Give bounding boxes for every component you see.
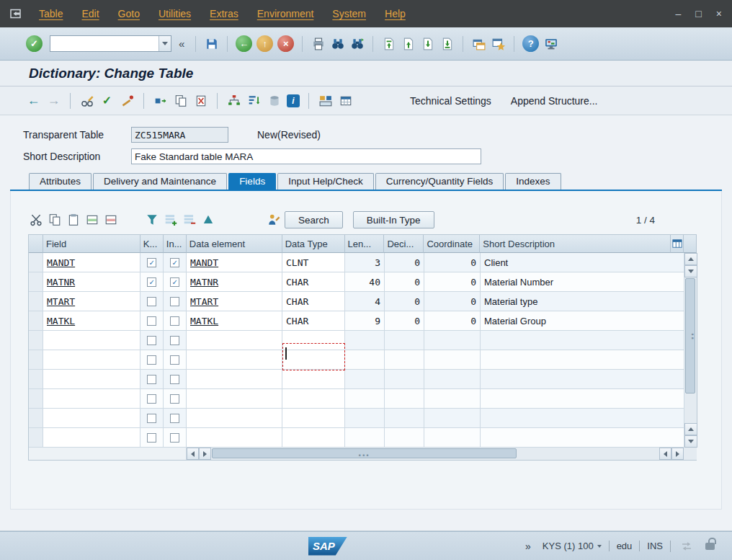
print-icon[interactable] <box>311 36 326 51</box>
cell-data-element[interactable]: MATKL <box>187 311 282 331</box>
display-change-icon[interactable] <box>79 93 94 108</box>
cell-initial[interactable] <box>164 311 187 331</box>
cell-short-description[interactable]: Client <box>481 253 684 272</box>
row-selector[interactable] <box>29 389 43 409</box>
cell-key[interactable] <box>140 428 164 448</box>
cell-data-element[interactable]: MANDT <box>187 253 282 272</box>
key-checkbox[interactable] <box>147 414 156 423</box>
cell-field[interactable]: MATKL <box>43 311 140 331</box>
column-config-icon[interactable] <box>671 235 684 253</box>
collapse-command-icon[interactable]: « <box>179 37 184 50</box>
filter-icon[interactable] <box>144 213 159 228</box>
exit-icon[interactable]: ↑ <box>256 35 273 52</box>
cell-data-type[interactable] <box>282 370 345 389</box>
status-expand-icon[interactable]: » <box>525 541 531 552</box>
data-element-link[interactable]: MATKL <box>190 316 218 326</box>
technical-settings-button[interactable]: Technical Settings <box>403 92 499 110</box>
cell-data-type[interactable] <box>282 350 345 370</box>
vertical-scroll-thumb[interactable] <box>685 278 695 394</box>
cell-initial[interactable] <box>164 409 187 428</box>
row-selector[interactable] <box>29 272 43 292</box>
find-next-icon[interactable] <box>349 36 365 51</box>
key-checkbox[interactable] <box>147 316 156 326</box>
cell-data-element[interactable]: MTART <box>187 292 282 311</box>
cell-initial[interactable]: ✓ <box>164 253 187 272</box>
cell-decimals[interactable] <box>385 350 424 370</box>
data-element-link[interactable]: MANDT <box>190 257 218 268</box>
row-selector[interactable] <box>29 253 43 272</box>
cell-field[interactable]: MANDT <box>43 253 140 272</box>
data-element-link[interactable]: MATNR <box>190 277 218 288</box>
menu-extras[interactable]: Extras <box>210 8 238 19</box>
row-selector[interactable] <box>29 409 43 428</box>
cell-data-element[interactable] <box>187 331 282 350</box>
horizontal-scroll-thumb[interactable] <box>212 448 517 458</box>
close-icon[interactable]: × <box>716 8 722 19</box>
insert-row-icon[interactable] <box>84 213 99 228</box>
activate-icon[interactable] <box>120 93 135 108</box>
menu-system[interactable]: System <box>332 8 366 19</box>
initial-checkbox[interactable] <box>170 414 179 423</box>
column-header-k[interactable]: K... <box>140 235 164 253</box>
predefined-type-icon[interactable] <box>266 213 281 228</box>
cell-coordinate[interactable] <box>424 389 481 409</box>
insert-line-icon[interactable] <box>163 213 178 228</box>
cell-initial[interactable] <box>164 350 187 370</box>
key-checkbox[interactable] <box>147 355 156 365</box>
cell-decimals[interactable] <box>385 409 424 428</box>
find-icon[interactable] <box>330 36 345 51</box>
cell-field[interactable] <box>43 428 140 448</box>
scroll-line-down-button[interactable] <box>684 265 697 277</box>
tab-currency-quantity-fields[interactable]: Currency/Quantity Fields <box>375 173 504 190</box>
cell-key[interactable]: ✓ <box>140 272 164 292</box>
cell-coordinate[interactable]: 0 <box>424 253 481 272</box>
cell-length[interactable] <box>345 331 385 350</box>
column-header-field[interactable]: Field <box>43 235 140 253</box>
cell-field[interactable] <box>43 350 140 370</box>
cell-data-element[interactable] <box>187 370 282 389</box>
initial-checkbox[interactable] <box>170 375 179 384</box>
cell-coordinate[interactable] <box>424 350 481 370</box>
cell-short-description[interactable] <box>481 370 684 389</box>
status-insert-mode[interactable]: INS <box>639 541 670 551</box>
cell-data-type[interactable] <box>282 409 345 428</box>
cell-coordinate[interactable] <box>424 370 481 389</box>
cell-length[interactable] <box>345 409 385 428</box>
key-checkbox[interactable] <box>147 336 156 345</box>
cell-data-type[interactable] <box>282 428 345 448</box>
column-header-coordinate[interactable]: Coordinate <box>424 235 480 253</box>
short-description-field[interactable] <box>131 148 481 164</box>
initial-checkbox[interactable] <box>170 355 179 365</box>
cell-data-type[interactable] <box>282 331 345 350</box>
row-selector[interactable] <box>29 292 43 311</box>
cell-key[interactable] <box>140 311 164 331</box>
scroll-column-left-button[interactable] <box>187 448 199 460</box>
column-header-short-description[interactable]: Short Description <box>480 235 671 253</box>
field-link[interactable]: MATKL <box>47 316 75 326</box>
cell-coordinate[interactable] <box>424 331 481 350</box>
key-checkbox[interactable]: ✓ <box>147 258 156 267</box>
cell-decimals[interactable] <box>385 370 424 389</box>
column-header-in[interactable]: In... <box>164 235 187 253</box>
data-element-link[interactable]: MTART <box>190 296 218 307</box>
cell-short-description[interactable]: Material type <box>481 292 684 311</box>
create-shortcut-icon[interactable] <box>491 36 506 51</box>
vertical-scroll-track[interactable] <box>684 277 697 423</box>
initial-checkbox[interactable] <box>170 394 179 404</box>
append-structure-button[interactable]: Append Structure... <box>504 92 605 110</box>
command-field[interactable] <box>50 36 159 51</box>
first-page-icon[interactable] <box>381 36 396 51</box>
menu-edit[interactable]: Edit <box>81 8 99 19</box>
initial-checkbox[interactable] <box>170 297 179 306</box>
cancel-icon[interactable]: × <box>277 35 294 52</box>
scroll-column-right-button[interactable] <box>199 448 211 460</box>
cell-field[interactable]: MATNR <box>43 272 140 292</box>
tab-indexes[interactable]: Indexes <box>505 173 561 190</box>
search-button[interactable]: Search <box>285 211 343 228</box>
initial-checkbox[interactable] <box>170 336 179 345</box>
menu-goto[interactable]: Goto <box>118 8 140 19</box>
cell-short-description[interactable] <box>481 389 684 409</box>
row-selector[interactable] <box>29 350 43 370</box>
cell-short-description[interactable]: Material Number <box>481 272 684 292</box>
continue-button[interactable]: ✓ <box>26 35 43 52</box>
